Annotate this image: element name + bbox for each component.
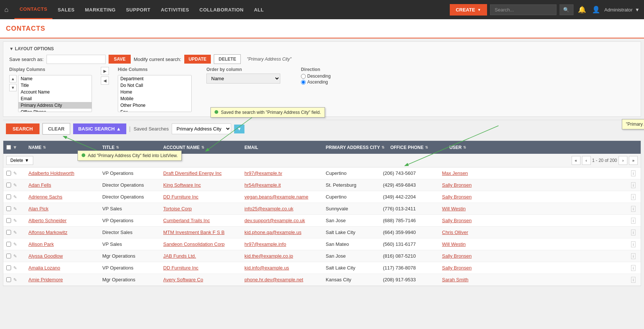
account-name-link[interactable]: JAB Funds Ltd. <box>163 253 196 259</box>
row-checkbox[interactable] <box>6 194 11 199</box>
user-link[interactable]: Sally Bronsen <box>442 182 472 188</box>
prev-page-button[interactable]: ‹ <box>582 156 591 165</box>
row-detail-icon[interactable]: i <box>631 170 636 176</box>
saved-searches-select[interactable]: Primary Address City <box>172 123 231 134</box>
delete-button[interactable]: DELETE <box>214 54 241 64</box>
email-link[interactable]: kid.phone.qa@example.us <box>244 230 301 235</box>
update-button[interactable]: UPDATE <box>184 55 211 64</box>
email-link[interactable]: hr97@example.tv <box>244 170 282 176</box>
user-link[interactable]: Sally Bronsen <box>442 218 472 223</box>
email-link[interactable]: kid.info@example.us <box>244 265 289 271</box>
row-checkbox[interactable] <box>6 218 11 223</box>
nav-collaboration[interactable]: COLLABORATION <box>194 0 249 19</box>
user-link[interactable]: Chris Olliver <box>442 230 468 235</box>
row-edit-icon[interactable]: ✎ <box>13 265 17 271</box>
email-link[interactable]: hr97@example.info <box>244 241 286 247</box>
row-edit-icon[interactable]: ✎ <box>13 254 17 259</box>
email-link[interactable]: dev.support@example.co.uk <box>244 218 305 223</box>
row-detail-icon[interactable]: i <box>631 218 636 224</box>
move-up-button[interactable]: ▲ <box>9 75 17 82</box>
row-checkbox[interactable] <box>6 171 11 176</box>
email-link[interactable]: vegan.beans@example.name <box>244 194 308 200</box>
row-checkbox[interactable] <box>6 230 11 235</box>
next-page-button[interactable]: › <box>619 156 627 165</box>
row-checkbox[interactable] <box>6 242 11 247</box>
global-search-input[interactable] <box>490 4 556 15</box>
nav-all[interactable]: ALL <box>249 0 269 19</box>
account-name-link[interactable]: Avery Software Co <box>163 277 203 282</box>
transfer-right-button[interactable]: ▶ <box>101 67 109 75</box>
row-edit-icon[interactable]: ✎ <box>13 171 17 176</box>
nav-marketing[interactable]: MARKETING <box>80 0 121 19</box>
row-edit-icon[interactable]: ✎ <box>13 242 17 247</box>
order-by-select[interactable]: Name Title Account Name Primary Address … <box>206 74 280 84</box>
row-edit-icon[interactable]: ✎ <box>13 206 17 211</box>
ascending-radio[interactable]: Ascending <box>301 79 330 85</box>
row-edit-icon[interactable]: ✎ <box>13 230 17 235</box>
th-user[interactable]: User ⇅ <box>446 141 641 154</box>
contact-name-link[interactable]: Amalia Lozano <box>28 265 60 271</box>
row-checkbox[interactable] <box>6 277 11 282</box>
row-checkbox[interactable] <box>6 265 11 270</box>
save-button[interactable]: SAVE <box>109 55 131 64</box>
row-checkbox[interactable] <box>6 183 11 187</box>
user-link[interactable]: Sally Bronsen <box>442 194 472 200</box>
select-all-checkbox[interactable] <box>6 145 11 150</box>
row-detail-icon[interactable]: i <box>631 253 636 259</box>
contact-name-link[interactable]: Alyssa Goodlow <box>28 253 63 259</box>
th-phone[interactable]: Office Phone ⇅ <box>387 141 446 154</box>
move-down-button[interactable]: ▼ <box>9 84 17 91</box>
row-edit-icon[interactable]: ✎ <box>13 277 17 282</box>
row-checkbox[interactable] <box>6 254 11 258</box>
account-name-link[interactable]: King Software Inc <box>163 182 201 188</box>
display-columns-list[interactable]: Name Title Account Name Email Primary Ad… <box>18 75 92 112</box>
nav-contacts[interactable]: CONTACTS <box>14 0 52 19</box>
create-button[interactable]: CREATE ▼ <box>450 4 487 16</box>
row-detail-icon[interactable]: i <box>631 265 636 271</box>
contact-name-link[interactable]: Alfonso Markowitz <box>28 230 67 235</box>
email-link[interactable]: kid.the@example.co.jp <box>244 253 293 259</box>
row-detail-icon[interactable]: i <box>631 182 636 188</box>
th-email[interactable]: Email <box>242 141 323 154</box>
row-detail-icon[interactable]: i <box>631 241 636 247</box>
row-edit-icon[interactable]: ✎ <box>13 194 17 200</box>
account-name-link[interactable]: Draft Diversified Energy Inc <box>163 170 222 176</box>
user-link[interactable]: Sally Bronsen <box>442 253 472 259</box>
descending-radio-input[interactable] <box>301 74 306 79</box>
home-icon[interactable]: ⌂ <box>4 6 8 14</box>
account-name-link[interactable]: DD Furniture Inc <box>163 265 198 271</box>
user-link[interactable]: Will Westin <box>442 241 466 247</box>
nav-sales[interactable]: SALES <box>52 0 80 19</box>
layout-options-toggle[interactable]: ▼ LAYOUT OPTIONS <box>9 46 635 51</box>
contact-name-link[interactable]: Alberto Schneider <box>28 218 66 223</box>
last-page-button[interactable]: » <box>629 156 638 165</box>
user-link[interactable]: Will Westin <box>442 206 466 211</box>
user-link[interactable]: Sarah Smith <box>442 277 469 282</box>
contact-name-link[interactable]: Adalberto Holdsworth <box>28 170 74 176</box>
header-checkbox-dropdown-icon[interactable]: ▼ <box>13 145 17 150</box>
contact-name-link[interactable]: Amie Pridemore <box>28 277 63 282</box>
row-detail-icon[interactable]: i <box>631 277 636 283</box>
contact-name-link[interactable]: Allison Park <box>28 241 54 247</box>
global-search-button[interactable]: 🔍 <box>559 4 573 15</box>
bulk-delete-button[interactable]: Delete ▼ <box>6 156 33 165</box>
user-link[interactable]: Max Jensen <box>442 170 468 176</box>
email-link[interactable]: hr54@example.it <box>244 182 281 188</box>
basic-search-button[interactable]: BASIC SEARCH ▲ <box>73 123 126 134</box>
user-avatar-icon[interactable]: 👤 <box>590 4 602 15</box>
notifications-icon[interactable]: 🔔 <box>576 4 588 15</box>
ascending-radio-input[interactable] <box>301 80 306 85</box>
th-city[interactable]: Primary Address City ⇅ <box>323 141 387 154</box>
account-name-link[interactable]: Cumberland Trails Inc <box>163 218 210 223</box>
row-checkbox[interactable] <box>6 206 11 211</box>
saved-search-dropdown-button[interactable]: ▼ <box>234 125 244 133</box>
contact-name-link[interactable]: Adan Fells <box>28 182 51 188</box>
nav-support[interactable]: SUPPORT <box>121 0 155 19</box>
row-detail-icon[interactable]: i <box>631 206 636 212</box>
email-link[interactable]: phone.hr.dev@example.net <box>244 277 303 282</box>
contact-name-link[interactable]: Alan Pick <box>28 206 48 211</box>
hide-columns-list[interactable]: Department Do Not Call Home Mobile Other… <box>118 75 192 112</box>
clear-button[interactable]: CLEAR <box>42 123 70 135</box>
email-link[interactable]: info25@example.co.uk <box>244 206 293 211</box>
transfer-left-button[interactable]: ◀ <box>101 77 109 85</box>
